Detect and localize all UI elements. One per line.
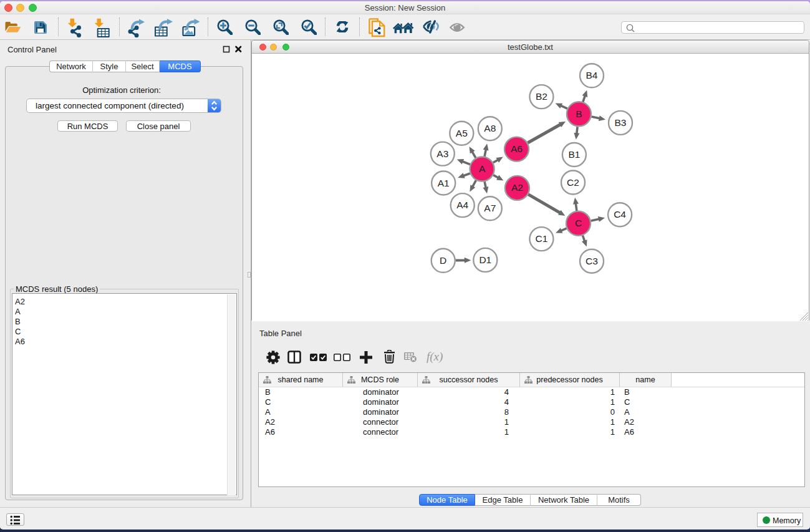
svg-text:A7: A7 <box>484 203 496 213</box>
svg-text:C2: C2 <box>567 177 579 188</box>
svg-text:B: B <box>576 109 582 119</box>
svg-text:A5: A5 <box>456 128 468 138</box>
svg-text:A8: A8 <box>484 123 496 133</box>
svg-text:B2: B2 <box>536 91 547 102</box>
svg-text:A4: A4 <box>456 200 468 210</box>
svg-text:B3: B3 <box>615 117 627 128</box>
svg-text:B1: B1 <box>568 149 580 160</box>
svg-text:D: D <box>440 255 446 266</box>
svg-text:C: C <box>575 218 582 228</box>
svg-text:C1: C1 <box>535 233 547 244</box>
svg-text:A3: A3 <box>436 148 448 159</box>
svg-text:C3: C3 <box>586 256 598 266</box>
svg-text:B4: B4 <box>586 70 598 80</box>
svg-text:A2: A2 <box>511 182 523 193</box>
svg-text:C4: C4 <box>614 209 626 220</box>
svg-text:A1: A1 <box>438 178 450 188</box>
svg-text:A6: A6 <box>511 143 523 154</box>
svg-text:D1: D1 <box>479 254 491 265</box>
svg-text:A: A <box>479 163 486 174</box>
